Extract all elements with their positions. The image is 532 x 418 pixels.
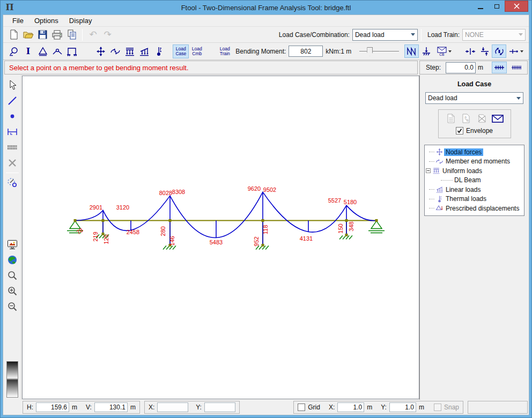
thermal-loads-button[interactable] [151, 44, 166, 58]
select-button[interactable] [5, 78, 20, 92]
zoom-in-button[interactable] [5, 284, 20, 298]
print-button[interactable] [50, 28, 64, 41]
result-scale-slider[interactable] [359, 46, 399, 57]
hinge-icon [52, 46, 63, 57]
draw-member-button[interactable] [5, 94, 20, 108]
tree-item-dl-beam[interactable]: DL Beam [426, 176, 523, 185]
insert-node-button[interactable] [5, 109, 20, 123]
linear-loads-button[interactable] [137, 44, 151, 58]
rotate-view-button[interactable] [492, 44, 506, 58]
member-end-moments-button[interactable] [108, 44, 122, 58]
section-cut-button[interactable] [506, 44, 526, 58]
open-file-button[interactable] [21, 28, 35, 41]
delete-button[interactable] [5, 156, 20, 170]
magnifier-icon [7, 270, 18, 281]
maximize-icon [494, 4, 499, 9]
tree-item-prescribed-displacements[interactable]: Prescribed displacements [426, 204, 523, 213]
grid-checkbox[interactable] [298, 404, 305, 411]
zoom-out-button[interactable] [5, 300, 20, 314]
y-position-field [204, 402, 235, 412]
file-toolbar: ↶ ↷ Load Case/Combination: Dead load Loa… [3, 27, 529, 43]
load-case-panel: Load Case Dead load ab [419, 75, 529, 400]
new-file-button[interactable] [6, 28, 21, 41]
load-train-select: NONE [462, 29, 526, 41]
section-i-icon: I [26, 47, 30, 56]
nodal-forces-icon [434, 148, 444, 156]
step-input[interactable] [446, 62, 476, 73]
world-view-button[interactable] [5, 253, 20, 267]
prescribed-displacements-icon [434, 204, 444, 212]
section-properties-button[interactable]: I [21, 44, 35, 58]
step-coarse-button[interactable] [492, 62, 507, 73]
menu-options[interactable]: Options [29, 16, 63, 26]
hinge-button[interactable] [50, 44, 64, 58]
step-fine-button[interactable] [509, 62, 524, 73]
fit-screen-button[interactable] [5, 237, 20, 251]
moment-label: 3120 [116, 204, 129, 211]
cursor-icon [8, 80, 17, 91]
bending-moment-input[interactable] [289, 46, 323, 57]
grid-x-input[interactable] [337, 402, 364, 412]
moment-label: 8308 [172, 189, 185, 195]
load-case-button[interactable]: Load Case [173, 44, 189, 58]
keyboard-input-button[interactable] [5, 140, 20, 154]
load-cmb-button[interactable]: Load Cmb [189, 44, 205, 58]
supports-button[interactable] [64, 44, 79, 58]
redo-button[interactable]: ↷ [100, 28, 115, 41]
slider-thumb[interactable] [367, 47, 373, 56]
load-train-button[interactable]: Load Train [217, 44, 233, 58]
envelope-button[interactable] [492, 113, 504, 124]
dimension-button[interactable] [5, 125, 20, 139]
title-bar[interactable]: Π Ftool - Two-Dimensional Frame Analysis… [1, 1, 531, 14]
new-load-case-button[interactable] [445, 113, 457, 124]
thermal-icon [153, 46, 164, 57]
save-button[interactable] [35, 28, 50, 41]
grid-y-input[interactable] [389, 402, 416, 412]
model-canvas[interactable]: 78 2901 3120 219 125 2458 8028 8308 280 … [22, 76, 419, 399]
tree-item-member-end-moments[interactable]: Member end moments [426, 157, 523, 167]
undo-icon: ↶ [89, 30, 97, 39]
stretch-horizontal-button[interactable] [463, 44, 477, 58]
tree-item-linear-loads[interactable]: Linear loads [426, 185, 523, 195]
panel-load-case-select[interactable]: Dead load [425, 92, 523, 104]
line-icon [8, 96, 17, 106]
moment-label: 2458 [127, 229, 139, 235]
maximize-button[interactable] [489, 1, 505, 12]
reactions-button[interactable] [419, 44, 433, 58]
uniform-loads-button[interactable] [122, 44, 137, 58]
nodal-forces-button[interactable] [93, 44, 108, 58]
tree-item-uniform-loads[interactable]: Uniform loads [426, 166, 523, 176]
edit-toolbar [3, 75, 21, 400]
transform-button[interactable] [5, 176, 20, 190]
moment-label: 2901 [90, 204, 102, 211]
load-case-combination-select[interactable]: Dead load [352, 29, 418, 41]
chevron-down-icon [520, 50, 523, 53]
chevron-down-icon [519, 33, 523, 36]
h-input[interactable] [36, 402, 69, 412]
tree-item-nodal-forces[interactable]: Nodal forces [426, 147, 523, 157]
tree-item-thermal-loads[interactable]: Thermal loads [426, 195, 523, 204]
collapse-expander[interactable] [426, 168, 431, 173]
reactions-icon [421, 46, 432, 57]
delete-load-case-button[interactable] [476, 113, 488, 124]
moment-label: 8028 [159, 190, 172, 196]
envelope-icon [492, 115, 504, 123]
inspect-button[interactable] [6, 44, 21, 58]
envelope-checkbox[interactable] [456, 127, 463, 135]
rename-load-case-button[interactable]: ab [461, 113, 472, 124]
envelope-mode-button[interactable]: CB [433, 44, 455, 58]
diagram-toggle-button[interactable] [404, 44, 419, 58]
stretch-vertical-button[interactable] [477, 44, 492, 58]
menu-file[interactable]: File [8, 16, 28, 26]
load-train-label: Load Train: [427, 31, 460, 39]
envelope-checkbox-label: Envelope [466, 127, 493, 135]
scale-gradient-widget[interactable] [6, 361, 18, 398]
copy-button[interactable] [64, 28, 79, 41]
material-button[interactable] [35, 44, 50, 58]
v-input[interactable] [94, 402, 128, 412]
menu-display[interactable]: Display [64, 16, 97, 26]
undo-button[interactable]: ↶ [86, 28, 100, 41]
zoom-window-button[interactable] [5, 268, 20, 282]
minimize-button[interactable] [472, 1, 489, 12]
close-button[interactable] [505, 1, 528, 12]
